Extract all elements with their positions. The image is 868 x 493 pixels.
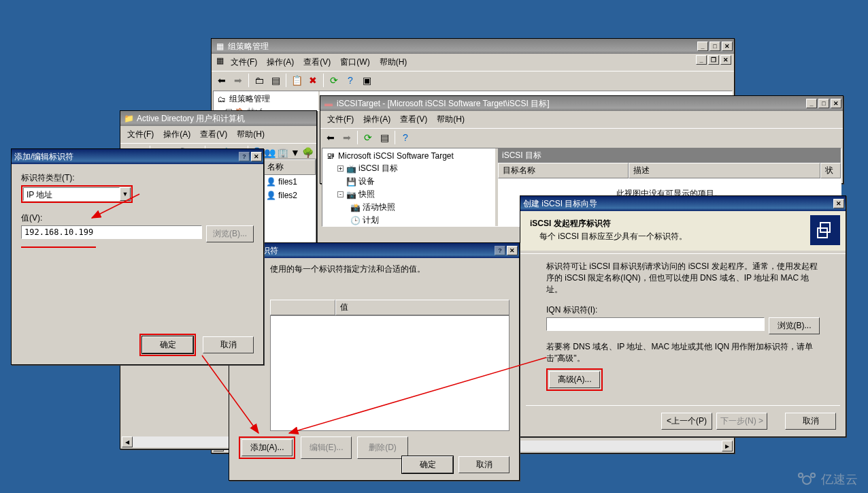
tree-icon[interactable]: 🌳: [302, 145, 314, 160]
close-button[interactable]: ✕: [831, 99, 841, 108]
forward-icon[interactable]: ➡: [339, 130, 354, 145]
ok-button[interactable]: 确定: [142, 336, 193, 353]
props-icon[interactable]: ▣: [359, 73, 374, 88]
menu-action[interactable]: 操作(A): [263, 55, 298, 69]
menu-view[interactable]: 查看(V): [396, 112, 431, 127]
delete-button[interactable]: 删除(D): [357, 436, 408, 459]
browse-button[interactable]: 浏览(B)...: [769, 317, 820, 334]
type-dropdown[interactable]: IP 地址 ▼: [23, 187, 131, 201]
tree-root[interactable]: 🖳Microsoft iSCSI Software Target: [325, 150, 493, 162]
ad-title: Active Directory 用户和计算机: [137, 113, 245, 125]
add-button[interactable]: 添加(A)...: [241, 439, 293, 456]
mdi-close[interactable]: ✕: [720, 55, 731, 65]
copy-icon[interactable]: 📋: [289, 73, 304, 88]
ad-titlebar[interactable]: 📁Active Directory 用户和计算机: [120, 111, 316, 126]
col-value[interactable]: 值: [335, 300, 510, 315]
cancel-button[interactable]: 取消: [203, 336, 254, 353]
back-icon[interactable]: ⬅: [214, 73, 229, 88]
menu-window[interactable]: 窗口(W): [336, 55, 373, 69]
tree-devices[interactable]: 💾设备: [325, 175, 493, 188]
gp-toolbar: ⬅ ➡ 🗀 ▤ 📋 ✖ ⟳ ? ▣: [212, 71, 734, 89]
menu-action[interactable]: 操作(A): [159, 127, 195, 142]
right-header: iSCSI 目标: [498, 148, 841, 163]
value-label: 值(V):: [21, 212, 254, 224]
back-button[interactable]: <上一个(P): [661, 413, 712, 430]
cancel-button[interactable]: 取消: [458, 456, 510, 473]
menu-file[interactable]: 文件(F): [123, 127, 158, 142]
ids-titlebar[interactable]: 识符 ? ✕: [229, 243, 519, 258]
ad-menubar: 文件(F) 操作(A) 查看(V) 帮助(H): [120, 126, 316, 143]
mdi-minimize[interactable]: _: [696, 55, 707, 65]
tree-snapshots[interactable]: -📷快照: [325, 188, 493, 201]
tree-active[interactable]: 📸活动快照: [325, 201, 493, 214]
iscsi-root-icon: 🖳: [325, 150, 336, 161]
iscsi-titlebar[interactable]: ▬iSCSITarget - [Microsoft iSCSI Software…: [320, 96, 843, 111]
help-button[interactable]: ?: [495, 246, 505, 255]
minimize-button[interactable]: _: [806, 99, 817, 108]
new-ou-icon[interactable]: 🏢: [277, 145, 288, 160]
refresh-icon[interactable]: ⟳: [361, 130, 375, 145]
menu-action[interactable]: 操作(A): [359, 112, 395, 127]
delete-icon[interactable]: ✖: [305, 73, 320, 88]
minimize-button[interactable]: _: [697, 42, 708, 51]
forward-icon[interactable]: ➡: [231, 73, 246, 88]
file-item-1[interactable]: 👤files1: [263, 175, 316, 189]
gp-menubar: ▦ 文件(F) 操作(A) 查看(V) 窗口(W) 帮助(H) _ ❐ ✕: [212, 54, 734, 71]
chevron-down-icon[interactable]: ▼: [120, 187, 131, 201]
new-group-icon[interactable]: 👥: [264, 145, 276, 160]
menu-help[interactable]: 帮助(H): [433, 112, 469, 127]
col-status[interactable]: 状: [820, 163, 841, 178]
add-titlebar[interactable]: 添加/编辑标识符 ? ✕: [12, 149, 263, 164]
col-desc[interactable]: 描述: [629, 163, 820, 178]
col-target-name[interactable]: 目标名称: [498, 163, 629, 178]
menu-view[interactable]: 查看(V): [299, 55, 335, 69]
close-button[interactable]: ✕: [833, 199, 844, 208]
help-button[interactable]: ?: [239, 152, 250, 161]
menu-file[interactable]: 文件(F): [227, 55, 261, 69]
iqn-input[interactable]: [546, 317, 765, 331]
tree-plans[interactable]: 🕒计划: [325, 214, 493, 226]
close-button[interactable]: ✕: [507, 246, 518, 255]
ids-listbox[interactable]: [270, 315, 510, 431]
edit-button[interactable]: 编辑(E)...: [301, 436, 352, 459]
close-button[interactable]: ✕: [722, 42, 733, 51]
props-icon[interactable]: ▤: [377, 130, 392, 145]
help-icon[interactable]: ?: [343, 73, 358, 88]
list-icon[interactable]: ▤: [268, 73, 283, 88]
tree-icon[interactable]: 🗀: [252, 73, 267, 88]
help-icon[interactable]: ?: [398, 130, 413, 145]
close-button[interactable]: ✕: [251, 152, 262, 161]
tree-targets[interactable]: +📺iSCSI 目标: [325, 162, 493, 175]
cancel-button[interactable]: 取消: [785, 413, 836, 430]
user-icon: 👤: [265, 176, 276, 187]
target-icon: 📺: [346, 163, 356, 174]
advanced-button[interactable]: 高级(A)...: [549, 371, 600, 388]
menu-help[interactable]: 帮助(H): [233, 127, 269, 142]
next-button[interactable]: 下一步(N) >: [716, 413, 767, 430]
menu-help[interactable]: 帮助(H): [375, 55, 412, 69]
file-item-2[interactable]: 👤files2: [263, 189, 316, 202]
gp-titlebar[interactable]: ▦组策略管理 _ □ ✕: [212, 39, 734, 54]
browse-button[interactable]: 浏览(B)...: [206, 225, 254, 242]
col-name[interactable]: 名称: [263, 159, 316, 175]
gp-tree-root[interactable]: 🗂组策略管理: [216, 93, 316, 106]
ok-button[interactable]: 确定: [402, 456, 453, 473]
wizard-titlebar[interactable]: 创建 iSCSI 目标向导 ✕: [520, 196, 846, 211]
expand-icon[interactable]: +: [337, 165, 344, 172]
back-icon[interactable]: ⬅: [323, 130, 338, 145]
col-method[interactable]: [270, 300, 335, 315]
collapse-icon[interactable]: -: [337, 191, 344, 197]
maximize-button[interactable]: □: [818, 99, 829, 108]
value-input[interactable]: [21, 225, 202, 239]
wizard-subheader: 每个 iSCSI 目标应至少具有一个标识符。: [530, 231, 836, 242]
filter-icon[interactable]: ▼: [290, 145, 301, 160]
iscsi-title: iSCSITarget - [Microsoft iSCSI Software …: [337, 98, 550, 110]
menu-view[interactable]: 查看(V): [196, 127, 231, 142]
scroll-right-icon[interactable]: ▶: [722, 441, 733, 451]
menu-file[interactable]: 文件(F): [323, 112, 358, 127]
maximize-button[interactable]: □: [710, 42, 720, 51]
scroll-left-icon[interactable]: ◀: [122, 436, 133, 447]
mdi-restore[interactable]: ❐: [708, 55, 719, 65]
refresh-icon[interactable]: ⟳: [327, 73, 341, 88]
add-edit-dialog: 添加/编辑标识符 ? ✕ 标识符类型(T): IP 地址 ▼ 值(V): 浏览(…: [11, 148, 264, 365]
